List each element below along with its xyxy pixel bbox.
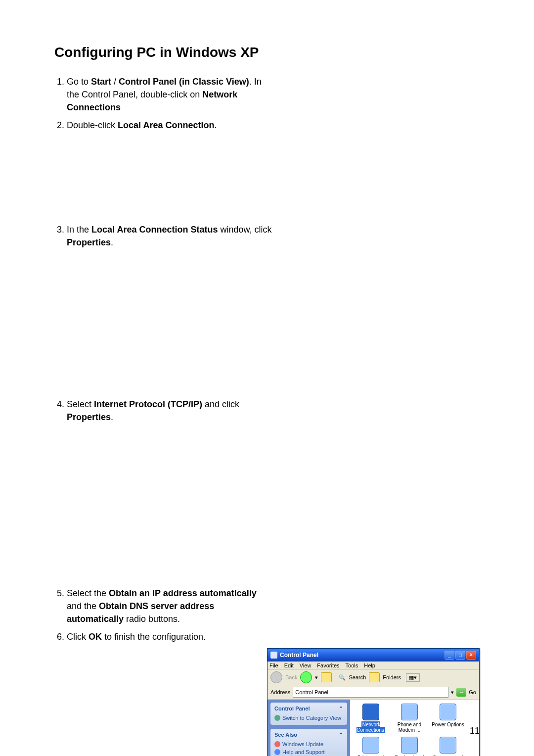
window-title: Control Panel bbox=[280, 652, 318, 659]
windows-update-link[interactable]: Windows Update bbox=[274, 740, 343, 748]
menu-file[interactable]: File bbox=[269, 662, 278, 668]
update-icon bbox=[274, 741, 280, 747]
sidepane-box2-title: See Also bbox=[274, 732, 297, 738]
views-button[interactable]: ▦▾ bbox=[406, 673, 420, 682]
switch-icon bbox=[274, 715, 280, 721]
printers-faxes-icon[interactable]: Printers and Faxes bbox=[354, 737, 388, 756]
step-1: Go to Start / Control Panel (in Classic … bbox=[67, 75, 272, 114]
menu-tools[interactable]: Tools bbox=[346, 662, 358, 668]
go-label: Go bbox=[469, 689, 476, 695]
titlebar[interactable]: Control Panel _ □ × bbox=[267, 649, 479, 662]
network-connections-icon[interactable]: Network Connections bbox=[354, 704, 388, 733]
page-number: 11 bbox=[470, 726, 480, 736]
step-3: In the Local Area Connection Status wind… bbox=[67, 223, 272, 249]
control-panel-window: Control Panel _ □ × File Edit View Favor… bbox=[267, 648, 480, 756]
step-6: Click OK to finish the configuration. bbox=[67, 630, 272, 643]
folders-icon[interactable] bbox=[369, 672, 380, 682]
screenshots-column: Control Panel _ □ × File Edit View Favor… bbox=[267, 648, 480, 756]
menu-edit[interactable]: Edit bbox=[284, 662, 294, 668]
menu-view[interactable]: View bbox=[300, 662, 312, 668]
toolbar: Back ▾ 🔍Search Folders ▦▾ bbox=[267, 670, 479, 685]
icon-grid: Network Connections Phone and Modem ... … bbox=[350, 700, 479, 756]
collapse-icon[interactable]: ⌃ bbox=[339, 732, 343, 738]
menubar[interactable]: File Edit View Favorites Tools Help bbox=[267, 662, 479, 670]
help-icon bbox=[274, 749, 280, 755]
power-options-icon[interactable]: Power Options bbox=[431, 704, 465, 733]
minimize-button[interactable]: _ bbox=[445, 651, 454, 660]
scanners-cameras-icon[interactable]: Scanners and Cameras bbox=[431, 737, 465, 756]
step-4: Select Internet Protocol (TCP/IP) and cl… bbox=[67, 398, 272, 424]
address-input[interactable] bbox=[293, 687, 448, 698]
help-support-link[interactable]: Help and Support bbox=[274, 748, 343, 756]
phone-modem-icon[interactable]: Phone and Modem ... bbox=[393, 704, 426, 733]
sidepane-box1-title: Control Panel bbox=[274, 706, 310, 712]
step-2: Double-click Local Area Connection. bbox=[67, 119, 272, 132]
sidepane: Control Panel⌃ Switch to Category View S… bbox=[267, 700, 350, 756]
switch-category-link[interactable]: Switch to Category View bbox=[274, 714, 343, 722]
step-5: Select the Obtain an IP address automati… bbox=[67, 587, 272, 625]
back-icon[interactable] bbox=[270, 671, 282, 683]
page-title: Configuring PC in Windows XP bbox=[54, 45, 480, 60]
forward-icon[interactable] bbox=[300, 671, 312, 683]
close-button[interactable]: × bbox=[466, 651, 476, 660]
window-icon bbox=[270, 652, 277, 659]
regional-language-icon[interactable]: Regional and Language ... bbox=[393, 737, 426, 756]
search-label[interactable]: Search bbox=[349, 674, 366, 680]
maximize-button[interactable]: □ bbox=[455, 651, 465, 660]
instructions-column: Go to Start / Control Panel (in Classic … bbox=[54, 75, 272, 648]
menu-help[interactable]: Help bbox=[364, 662, 375, 668]
back-label: Back bbox=[285, 674, 297, 680]
address-label: Address bbox=[270, 689, 290, 695]
go-button[interactable]: → bbox=[456, 688, 466, 697]
collapse-icon[interactable]: ⌃ bbox=[339, 706, 343, 712]
folders-label[interactable]: Folders bbox=[383, 674, 401, 680]
menu-favorites[interactable]: Favorites bbox=[317, 662, 339, 668]
up-icon[interactable] bbox=[321, 672, 332, 682]
